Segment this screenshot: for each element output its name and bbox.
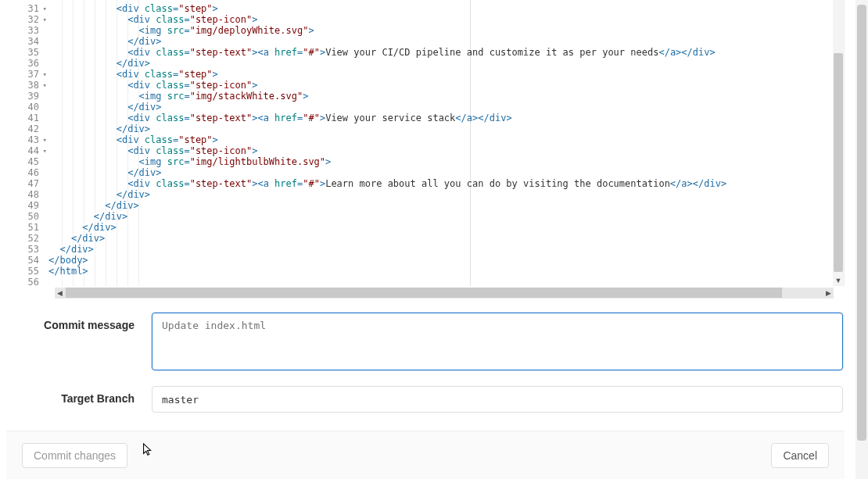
gutter-line: 53 [6,244,45,255]
code-line[interactable]: </div> [48,244,844,255]
page-vscroll-thumb[interactable] [857,5,866,441]
gutter-line: 35 [6,47,45,58]
code-line[interactable]: <div class="step-text"><a href="#">Learn… [48,178,844,189]
code-line[interactable]: <img src="img/stackWhite.svg"> [48,91,844,102]
gutter-line: 47 [6,178,45,189]
cancel-button[interactable]: Cancel [771,443,829,468]
code-line[interactable]: </div> [48,233,844,244]
code-line[interactable]: </div> [48,58,844,69]
gutter-line: 46 [6,167,45,178]
gutter-line: 36 [6,58,45,69]
gutter-line: 49 [6,200,45,211]
gutter-line: 54 [6,255,45,266]
scroll-left-icon[interactable]: ◀ [54,288,65,298]
gutter-line: 43▾ [6,134,45,145]
gutter-line: 41 [6,113,45,123]
commit-message-input[interactable] [152,313,843,370]
gutter-line: 51 [6,222,45,233]
gutter-line: 42 [6,123,45,134]
editor-vscroll[interactable]: ▼ [833,0,844,286]
gutter-line: 33 [6,25,45,36]
code-line[interactable]: <img src="img/deployWhite.svg"> [48,25,844,36]
code-line[interactable]: </div> [48,36,844,47]
code-line[interactable]: </div> [48,123,844,134]
fold-arrow-icon[interactable]: ▾ [43,80,47,91]
code-line[interactable]: <div class="step-icon"> [48,80,844,91]
gutter-line: 31▾ [6,3,45,14]
code-line[interactable]: <div class="step"> [48,134,844,145]
commit-message-label: Commit message [6,313,152,331]
code-editor[interactable]: 31▾32▾3334353637▾38▾3940414243▾44▾454647… [6,0,845,286]
editor-vscroll-thumb[interactable] [834,53,843,272]
code-line[interactable]: <div class="step-text"><a href="#">View … [48,113,844,123]
code-line[interactable]: </div> [48,211,844,222]
gutter-line: 32▾ [6,14,45,25]
editor-gutter: 31▾32▾3334353637▾38▾3940414243▾44▾454647… [6,0,45,286]
code-line[interactable]: </html> [48,266,844,277]
editor-content[interactable]: <div class="step"> <div class="step-icon… [48,0,844,277]
gutter-line: 56 [6,277,45,286]
scroll-right-icon[interactable]: ▶ [823,288,834,298]
fold-arrow-icon[interactable]: ▾ [43,3,47,14]
gutter-line: 40 [6,102,45,113]
gutter-line: 39 [6,91,45,102]
gutter-line: 44▾ [6,145,45,156]
fold-arrow-icon[interactable]: ▾ [43,134,47,145]
scroll-down-icon[interactable]: ▼ [833,275,844,286]
gutter-line: 48 [6,189,45,200]
page-vscroll[interactable] [855,0,868,479]
fold-arrow-icon[interactable]: ▾ [43,14,47,25]
code-line[interactable]: </div> [48,189,844,200]
code-line[interactable]: <div class="step"> [48,69,844,80]
commit-form: Commit message Target Branch [6,305,845,428]
editor-hscroll-thumb[interactable] [66,288,782,298]
target-branch-label: Target Branch [6,386,152,405]
code-line[interactable]: </div> [48,167,844,178]
footer-bar: Commit changes Cancel [6,431,845,479]
code-line[interactable]: </body> [48,255,844,266]
main-area: 31▾32▾3334353637▾38▾3940414243▾44▾454647… [6,0,845,479]
code-line[interactable]: </div> [48,222,844,233]
code-line[interactable]: </div> [48,200,844,211]
gutter-line: 50 [6,211,45,222]
gutter-line: 45 [6,156,45,167]
gutter-line: 34 [6,36,45,47]
code-line[interactable]: <div class="step"> [48,3,844,14]
code-line[interactable]: <div class="step-icon"> [48,145,844,156]
target-branch-input[interactable] [152,386,843,413]
code-line[interactable]: </div> [48,102,844,113]
gutter-line: 55 [6,266,45,277]
commit-changes-button[interactable]: Commit changes [22,443,127,468]
code-line[interactable]: <img src="img/lightbulbWhite.svg"> [48,156,844,167]
fold-arrow-icon[interactable]: ▾ [43,69,47,80]
code-line[interactable]: <div class="step-icon"> [48,14,844,25]
code-line[interactable]: <div class="step-text"><a href="#">View … [48,47,844,58]
gutter-line: 38▾ [6,80,45,91]
fold-arrow-icon[interactable]: ▾ [43,145,47,156]
gutter-line: 52 [6,233,45,244]
gutter-line: 37▾ [6,69,45,80]
